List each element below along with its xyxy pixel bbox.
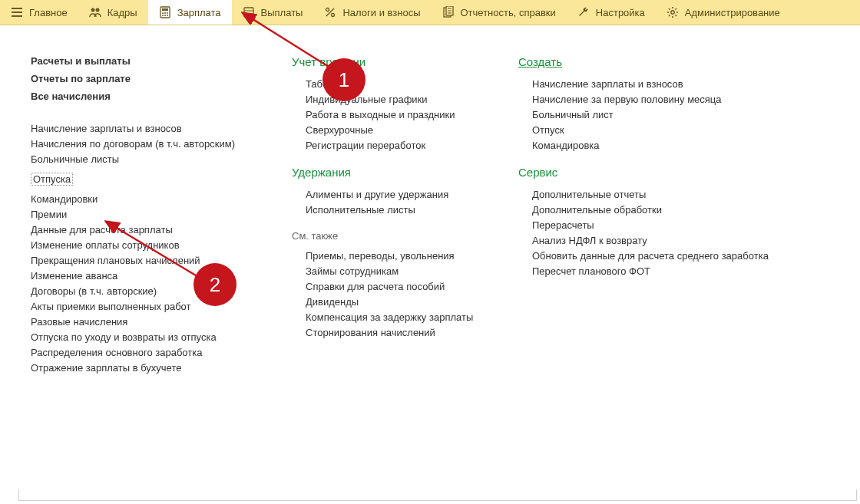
nav-link[interactable]: Начисление зарплаты и взносов bbox=[31, 123, 261, 134]
menu-label: Отчетность, справки bbox=[461, 7, 556, 18]
gear-icon bbox=[666, 6, 679, 18]
nav-link[interactable]: Справки для расчета пособий bbox=[306, 281, 488, 292]
nav-link[interactable]: Работа в выходные и праздники bbox=[306, 109, 488, 120]
svg-point-4 bbox=[162, 12, 164, 14]
nav-link[interactable]: Дополнительные отчеты bbox=[532, 189, 810, 200]
section-title-deductions[interactable]: Удержания bbox=[292, 166, 488, 179]
menu-label: Администрирование bbox=[685, 7, 780, 18]
nav-link[interactable]: Займы сотрудникам bbox=[306, 265, 488, 277]
svg-point-6 bbox=[167, 12, 168, 14]
nav-link[interactable]: Алименты и другие удержания bbox=[306, 189, 488, 200]
menu-item-calc[interactable]: Зарплата bbox=[148, 0, 232, 25]
nav-link[interactable]: Регистрации переработок bbox=[306, 140, 488, 151]
nav-link[interactable]: Компенсация за задержку зарплаты bbox=[306, 311, 488, 323]
section-title-service[interactable]: Сервис bbox=[518, 166, 810, 179]
svg-line-18 bbox=[108, 222, 200, 278]
menu-item-wrench[interactable]: Настройка bbox=[567, 0, 656, 25]
nav-link[interactable]: Отпуска bbox=[31, 173, 73, 186]
wrench-icon bbox=[577, 6, 590, 18]
menu-label: Налоги и взносы bbox=[342, 7, 420, 18]
column-right: Создать Начисление зарплаты и взносовНач… bbox=[518, 55, 810, 377]
nav-link[interactable]: Начисление за первую половину месяца bbox=[532, 94, 810, 105]
nav-link[interactable]: Сторнирования начислений bbox=[306, 327, 488, 338]
report-icon bbox=[442, 6, 455, 18]
svg-line-17 bbox=[244, 14, 329, 67]
menu-item-people[interactable]: Кадры bbox=[78, 0, 148, 25]
menu-item-menu[interactable]: Главное bbox=[0, 0, 78, 25]
nav-link[interactable]: Отпуск bbox=[532, 124, 810, 136]
menu-icon bbox=[11, 6, 23, 18]
nav-link[interactable]: Начисления по договорам (в т.ч. авторски… bbox=[31, 138, 261, 150]
nav-link[interactable]: Отпуска по уходу и возвраты из отпуска bbox=[31, 331, 261, 343]
section-title-create[interactable]: Создать bbox=[518, 55, 810, 68]
nav-link[interactable]: Анализ НДФЛ к возврату bbox=[532, 235, 810, 246]
nav-link[interactable]: Командировка bbox=[532, 140, 810, 151]
nav-link[interactable]: Пересчет планового ФОТ bbox=[532, 265, 810, 277]
menu-label: Главное bbox=[29, 7, 68, 18]
page-border bbox=[18, 489, 857, 501]
nav-link[interactable]: Перерасчеты bbox=[532, 219, 810, 231]
menu-label: Зарплата bbox=[177, 7, 221, 18]
column-center: Учет времени ТабелиИндивидуальные график… bbox=[292, 55, 488, 377]
nav-heading[interactable]: Расчеты и выплаты bbox=[31, 55, 261, 67]
svg-point-5 bbox=[164, 12, 166, 14]
section-title-see-also: См. также bbox=[292, 230, 488, 242]
nav-link[interactable]: Дополнительные обработки bbox=[532, 204, 810, 216]
menu-label: Кадры bbox=[108, 7, 137, 18]
nav-link[interactable]: Больничный лист bbox=[532, 109, 810, 120]
column-navigation: Расчеты и выплаты Отчеты по зарплате Все… bbox=[31, 55, 261, 377]
topbar: ГлавноеКадрыЗарплатаВыплатыНалоги и взно… bbox=[0, 0, 860, 25]
nav-heading[interactable]: Все начисления bbox=[31, 91, 261, 102]
svg-point-7 bbox=[162, 15, 164, 16]
nav-link[interactable]: Распределения основного заработка bbox=[31, 347, 261, 358]
annotation-arrow-1 bbox=[238, 9, 338, 74]
annotation-badge-1: 1 bbox=[322, 58, 366, 101]
menu-item-report[interactable]: Отчетность, справки bbox=[432, 0, 567, 25]
nav-link[interactable]: Разовые начисления bbox=[31, 316, 261, 328]
nav-link[interactable]: Начисление зарплаты и взносов bbox=[532, 78, 810, 90]
nav-link[interactable]: Командировки bbox=[31, 193, 261, 205]
svg-point-0 bbox=[91, 8, 94, 12]
svg-point-16 bbox=[671, 11, 674, 14]
menu-label: Настройка bbox=[596, 7, 645, 18]
annotation-badge-2: 2 bbox=[194, 263, 237, 306]
nav-link[interactable]: Приемы, переводы, увольнения bbox=[306, 250, 488, 262]
menu-item-gear[interactable]: Администрирование bbox=[656, 0, 791, 25]
calc-icon bbox=[159, 6, 171, 18]
nav-link[interactable]: Сверхурочные bbox=[306, 124, 488, 136]
annotation-arrow-2 bbox=[101, 218, 209, 287]
nav-link[interactable]: Больничные листы bbox=[31, 153, 261, 165]
svg-point-1 bbox=[95, 8, 99, 12]
nav-link[interactable]: Отражение зарплаты в бухучете bbox=[31, 362, 261, 374]
nav-link[interactable]: Исполнительные листы bbox=[306, 204, 488, 216]
svg-point-9 bbox=[167, 15, 168, 16]
people-icon bbox=[89, 6, 101, 18]
svg-point-8 bbox=[164, 15, 166, 16]
nav-link[interactable]: Дивиденды bbox=[306, 296, 488, 308]
nav-link[interactable]: Обновить данные для расчета среднего зар… bbox=[532, 250, 810, 262]
svg-rect-3 bbox=[162, 8, 168, 11]
nav-heading[interactable]: Отчеты по зарплате bbox=[31, 73, 261, 84]
